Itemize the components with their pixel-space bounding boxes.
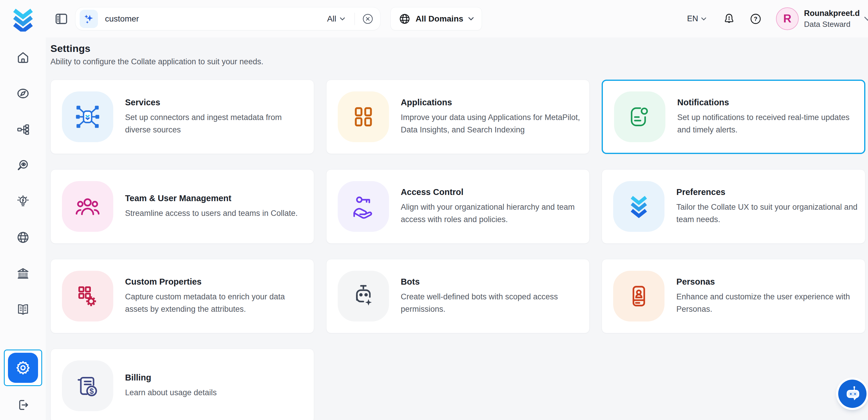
govern-bank-icon: [16, 267, 30, 280]
explore-compass-icon: [16, 87, 30, 100]
top-header: All All Domains EN: [46, 0, 868, 37]
card-text: Custom Properties Capture custom metadat…: [125, 277, 307, 315]
observability-icon: [16, 159, 30, 172]
language-dropdown[interactable]: EN: [687, 14, 706, 23]
services-icon: [74, 104, 100, 130]
help-icon[interactable]: ?: [749, 13, 762, 25]
card-icon-tile: [338, 271, 389, 322]
card-title: Billing: [125, 373, 217, 383]
card-title: Access Control: [401, 187, 583, 197]
global-search-bar: All: [75, 7, 380, 30]
collate-logo[interactable]: [11, 6, 35, 32]
card-description: Capture custom metadata to enrich your d…: [125, 291, 307, 315]
settings-card-access-control[interactable]: Access Control Align with your organizat…: [326, 169, 590, 244]
card-icon-tile: $: [62, 360, 113, 411]
svg-text:?: ?: [754, 16, 757, 22]
domains-globe-icon: [16, 231, 30, 244]
card-text: Notifications Set up notifications to re…: [677, 98, 857, 136]
card-text: Access Control Align with your organizat…: [401, 187, 583, 225]
insights-bulb-icon: [16, 195, 30, 208]
clear-search-icon[interactable]: [361, 12, 374, 25]
card-description: Set up connectors and ingest metadata fr…: [125, 112, 307, 136]
card-description: Improve your data using Applications for…: [401, 112, 583, 136]
settings-card-team-user-management[interactable]: Team & User Management Streamline access…: [51, 169, 314, 244]
glossary-book-icon: [16, 303, 30, 316]
access-control-icon: [350, 193, 376, 219]
card-title: Personas: [676, 277, 858, 287]
globe-icon: [399, 13, 411, 25]
bell-icon[interactable]: [723, 12, 735, 25]
settings-card-bots[interactable]: Bots Create well-defined bots with scope…: [326, 259, 590, 333]
search-scope-dropdown[interactable]: All: [324, 14, 348, 24]
ai-sparkle-icon[interactable]: [80, 10, 98, 28]
settings-card-preferences[interactable]: Preferences Tailor the Collate UX to sui…: [602, 169, 865, 244]
bots-icon: [350, 283, 376, 309]
notifications-icon: [627, 104, 653, 130]
avatar-initial: R: [783, 12, 791, 25]
sidebar-item-glossary[interactable]: [16, 303, 30, 316]
page-title: Settings: [51, 43, 865, 54]
avatar[interactable]: R: [776, 7, 799, 30]
card-icon-tile: [338, 181, 389, 232]
header-right-cluster: EN ? R Rounakpreet.d: [687, 7, 868, 30]
settings-card-custom-properties[interactable]: Custom Properties Capture custom metadat…: [51, 259, 314, 333]
domains-dropdown[interactable]: All Domains: [391, 7, 482, 30]
card-icon-tile: [62, 91, 113, 142]
sidebar-toggle-icon[interactable]: [54, 11, 69, 26]
card-description: Tailor the Collate UX to suit your organ…: [676, 201, 858, 225]
card-icon-tile: [614, 91, 665, 142]
card-icon-tile: [62, 271, 113, 322]
card-description: Align with your organizational hierarchy…: [401, 201, 583, 225]
team-user-icon: [74, 193, 100, 219]
sidebar-item-govern[interactable]: [16, 267, 30, 280]
home-icon: [16, 51, 30, 64]
bot-icon: [843, 385, 862, 403]
settings-tile: [8, 353, 38, 383]
card-text: Services Set up connectors and ingest me…: [125, 98, 307, 136]
left-sidebar: [0, 37, 46, 420]
card-icon-tile: [62, 181, 113, 232]
billing-icon: $: [74, 373, 100, 399]
sidebar-item-settings-selected[interactable]: [4, 350, 42, 386]
sidebar-item-logout[interactable]: [16, 398, 30, 412]
card-title: Team & User Management: [125, 193, 298, 203]
card-title: Bots: [401, 277, 583, 287]
chevron-down-icon: [701, 17, 706, 21]
card-text: Preferences Tailor the Collate UX to sui…: [676, 187, 858, 225]
card-icon-tile: [338, 91, 389, 142]
sidebar-item-explore[interactable]: [16, 87, 30, 100]
settings-gear-icon: [15, 360, 31, 376]
search-divider: [354, 13, 355, 25]
app-root: All All Domains EN: [0, 0, 868, 420]
card-text: Team & User Management Streamline access…: [125, 193, 298, 219]
chevron-down-icon: [468, 17, 474, 21]
settings-card-notifications[interactable]: Notifications Set up notifications to re…: [602, 80, 865, 154]
card-description: Set up notifications to received real-ti…: [677, 112, 857, 136]
sidebar-item-lineage[interactable]: [16, 123, 30, 136]
user-meta: Rounakpreet.d Data Steward: [804, 8, 860, 29]
sidebar-item-domains[interactable]: [16, 231, 30, 244]
sidebar-item-insights[interactable]: [16, 195, 30, 208]
logout-icon: [16, 398, 30, 412]
settings-card-billing[interactable]: $ Billing Learn about usage details: [51, 349, 314, 420]
main-content: Settings Ability to configure the Collat…: [46, 37, 868, 420]
card-text: Bots Create well-defined bots with scope…: [401, 277, 583, 315]
card-title: Notifications: [677, 98, 857, 107]
support-bot-button[interactable]: [838, 380, 867, 408]
sidebar-item-home[interactable]: [16, 51, 30, 64]
custom-properties-icon: [74, 283, 100, 309]
settings-cards-grid: Services Set up connectors and ingest me…: [51, 80, 865, 420]
user-menu-chevron-icon[interactable]: [864, 16, 868, 21]
personas-icon: [626, 283, 652, 309]
search-input[interactable]: [105, 14, 324, 24]
card-title: Services: [125, 98, 307, 107]
svg-text:$: $: [90, 387, 94, 395]
card-description: Streamline access to users and teams in …: [125, 207, 298, 219]
settings-card-services[interactable]: Services Set up connectors and ingest me…: [51, 80, 314, 154]
card-title: Applications: [401, 98, 583, 107]
card-text: Billing Learn about usage details: [125, 373, 217, 399]
sidebar-item-observability[interactable]: [16, 159, 30, 172]
settings-card-applications[interactable]: Applications Improve your data using App…: [326, 80, 590, 154]
settings-card-personas[interactable]: Personas Enhance and customize the user …: [602, 259, 865, 333]
user-role: Data Steward: [804, 20, 860, 29]
